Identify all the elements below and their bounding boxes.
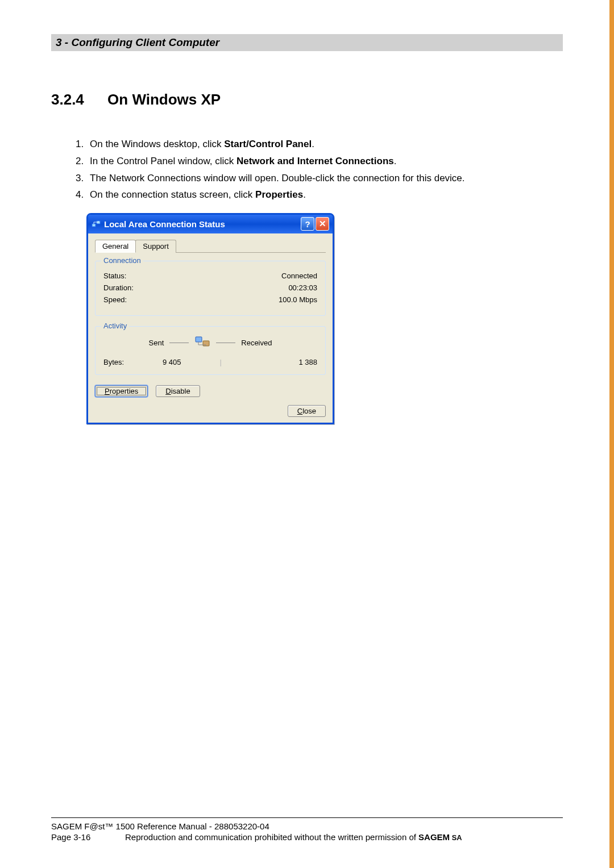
svg-rect-0 [92,224,96,227]
activity-icon [194,336,210,350]
close-icon[interactable]: ✕ [316,217,329,231]
footer-line1: SAGEM F@st™ 1500 Reference Manual - 2880… [51,821,563,831]
activity-legend: Activity [101,322,129,330]
section-number: 3.2.4 [51,91,84,108]
step-text: In the Control Panel window, click [90,156,237,166]
dash-left [169,343,189,343]
access-key: C [297,407,302,415]
step-4: On the connection status screen, click P… [86,186,563,203]
connection-legend: Connection [101,256,143,265]
dialog-title: Local Area Connection Status [104,219,300,229]
footer-text: Reproduction and communication prohibite… [125,832,418,842]
disable-button[interactable]: Disable [156,385,200,397]
connection-group: Connection Status: Connected Duration: 0… [95,261,326,316]
footer-rule [51,817,563,818]
section-heading: 3.2.4 On Windows XP [51,91,563,108]
step-1: On the Windows desktop, click Start/Cont… [86,136,563,153]
help-button[interactable]: ? [301,217,314,231]
received-label: Received [241,339,272,347]
properties-button[interactable]: Properties [95,385,148,397]
activity-group: Activity Sent Received Bytes [95,326,326,375]
tab-general[interactable]: General [95,240,136,253]
network-icon [92,219,101,228]
speed-value: 100.0 Mbps [279,295,317,304]
page: 3 - Configuring Client Computer 3.2.4 On… [0,0,614,868]
status-value: Connected [281,272,317,280]
bytes-received: 1 388 [222,358,317,366]
tab-support[interactable]: Support [135,240,176,253]
tabs: General Support [95,239,326,253]
dialog-titlebar[interactable]: Local Area Connection Status ? ✕ [88,215,333,233]
btn-text: isable [171,387,190,395]
dash-right [216,343,235,343]
step-bold: Properties [255,189,303,200]
duration-label: Duration: [103,283,134,292]
step-suffix: . [312,139,314,149]
connection-status-dialog: Local Area Connection Status ? ✕ General… [86,213,334,424]
duration-value: 00:23:03 [288,283,317,292]
dialog-body: General Support Connection Status: Conne… [88,233,333,423]
step-text: On the Windows desktop, click [90,139,224,149]
btn-text: roperties [110,387,139,395]
btn-text: lose [302,407,316,415]
step-bold: Network and Internet Connections [237,156,394,166]
footer-brand: SAGEM [418,832,450,842]
footer-line2: Reproduction and communication prohibite… [125,832,462,842]
step-suffix: . [303,189,306,200]
close-button[interactable]: Close [288,405,326,417]
svg-rect-2 [196,337,202,342]
step-text: The Network Connections window will open… [90,173,465,183]
step-3: The Network Connections window will open… [86,170,563,187]
step-suffix: . [394,156,397,166]
bytes-label: Bytes: [103,358,124,366]
page-number: Page 3-16 [51,832,125,842]
step-bold: Start/Control Panel [224,139,312,149]
page-footer: SAGEM F@st™ 1500 Reference Manual - 2880… [51,813,563,842]
page-header: 3 - Configuring Client Computer [51,34,563,51]
step-2: In the Control Panel window, click Netwo… [86,153,563,170]
speed-label: Speed: [103,295,127,304]
step-text: On the connection status screen, click [90,189,255,200]
status-label: Status: [103,272,126,280]
steps-list: On the Windows desktop, click Start/Cont… [72,136,563,203]
footer-sa: SA [450,833,462,842]
access-key: P [105,387,110,395]
sent-label: Sent [149,339,164,347]
section-title: On Windows XP [107,91,221,108]
bytes-sent: 9 405 [124,358,219,366]
access-key: D [165,387,171,395]
